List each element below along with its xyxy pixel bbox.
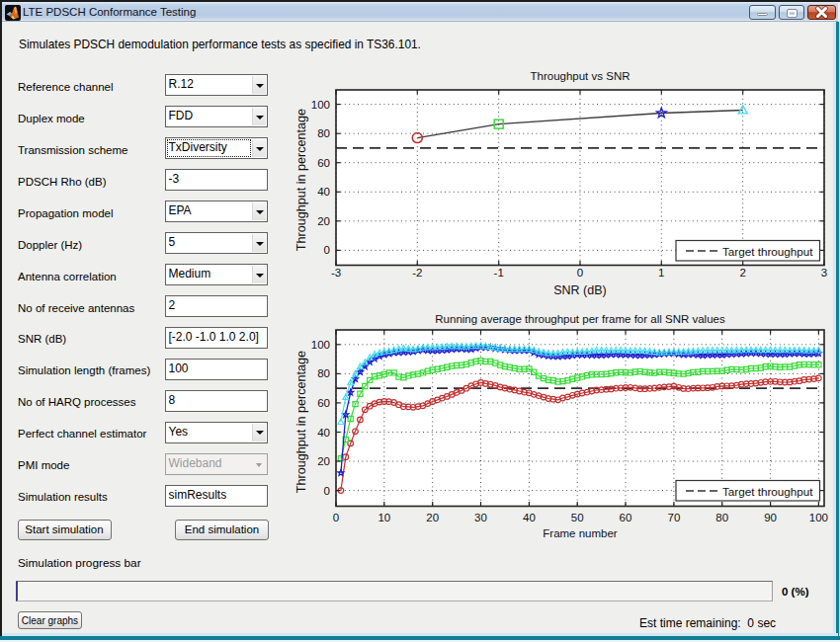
svg-text:Running average throughput per: Running average throughput per frame for… — [435, 313, 725, 325]
svg-text:SNR (dB): SNR (dB) — [553, 283, 606, 297]
svg-text:Throughput in percentage: Throughput in percentage — [294, 351, 308, 493]
svg-text:0: 0 — [333, 512, 339, 523]
svg-text:100: 100 — [311, 99, 330, 111]
svg-text:Throughput in percentage: Throughput in percentage — [294, 109, 308, 251]
svg-text:80: 80 — [715, 512, 728, 523]
svg-text:50: 50 — [571, 512, 584, 523]
svg-text:Target throughput: Target throughput — [722, 245, 813, 258]
svg-text:70: 70 — [668, 512, 681, 523]
svg-text:40: 40 — [317, 427, 330, 439]
svg-text:80: 80 — [317, 367, 330, 379]
svg-text:1: 1 — [658, 267, 664, 279]
svg-text:40: 40 — [523, 512, 536, 523]
svg-text:100: 100 — [311, 339, 330, 351]
svg-text:-2: -2 — [412, 267, 422, 279]
svg-text:60: 60 — [317, 397, 330, 409]
svg-text:20: 20 — [317, 455, 330, 467]
svg-text:30: 30 — [474, 512, 487, 523]
svg-text:Frame number: Frame number — [543, 527, 618, 539]
svg-text:Target throughput: Target throughput — [722, 485, 813, 498]
svg-text:20: 20 — [317, 215, 330, 227]
svg-text:10: 10 — [378, 512, 390, 523]
svg-text:2: 2 — [739, 267, 745, 279]
svg-text:100: 100 — [809, 512, 828, 523]
svg-text:3: 3 — [821, 267, 827, 279]
svg-text:-1: -1 — [494, 267, 504, 279]
svg-text:20: 20 — [426, 512, 439, 523]
svg-text:Throughput vs SNR: Throughput vs SNR — [531, 70, 630, 82]
svg-text:90: 90 — [764, 512, 777, 523]
svg-text:60: 60 — [317, 157, 330, 169]
svg-text:80: 80 — [317, 127, 330, 139]
svg-text:0: 0 — [324, 244, 330, 256]
svg-text:0: 0 — [324, 485, 330, 497]
svg-text:40: 40 — [317, 186, 330, 198]
svg-text:-3: -3 — [331, 267, 341, 279]
svg-text:0: 0 — [577, 267, 583, 279]
svg-text:60: 60 — [620, 512, 632, 523]
